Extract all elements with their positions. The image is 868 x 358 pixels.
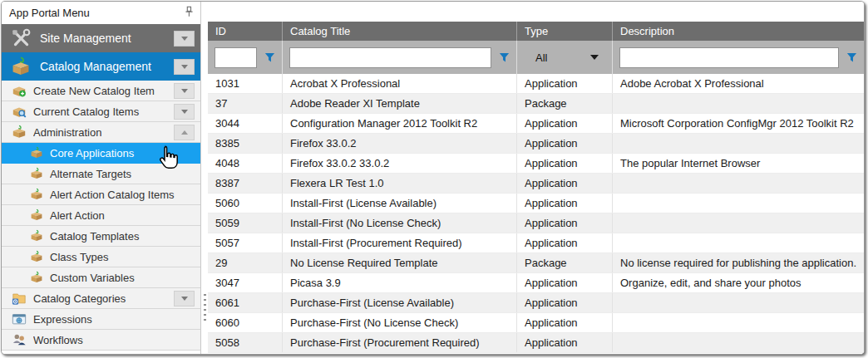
cell-description: The popular Internet Browser — [613, 154, 864, 173]
sidebar-title: App Portal Menu — [9, 7, 185, 19]
grid-column-headers: ID Catalog Title Type Description — [208, 22, 864, 41]
cell-type: Application — [517, 313, 613, 332]
package-icon — [30, 188, 43, 201]
table-row[interactable]: 3044 Configuration Manager 2012 Toolkit … — [208, 114, 864, 134]
sidebar-item-current-catalog-items[interactable]: Current Catalog Items — [2, 101, 200, 122]
cell-description: Adobe Acrobat X Professional — [613, 74, 864, 93]
cell-id: 3047 — [208, 273, 283, 292]
cell-catalog-title: Configuration Manager 2012 Toolkit R2 — [283, 114, 517, 133]
title-filter-cell — [283, 41, 517, 74]
type-filter-dropdown[interactable]: All — [524, 47, 605, 68]
sidebar-item-label: Alert Action Catalog Items — [50, 189, 200, 201]
sidebar-item-alternate-targets[interactable]: Alternate Targets — [2, 164, 200, 184]
table-row[interactable]: 5060 Install-First (License Available) A… — [208, 194, 864, 213]
filter-funnel-icon[interactable] — [499, 52, 510, 63]
cell-description: No license required for publishing the a… — [613, 253, 864, 272]
sidebar-item-create-new-catalog-item[interactable]: Create New Catalog Item — [2, 81, 200, 101]
column-header-description[interactable]: Description — [613, 22, 864, 41]
cell-type: Package — [517, 253, 613, 272]
table-row[interactable]: 8385 Firefox 33.0.2 Application — [208, 134, 864, 154]
description-filter-input[interactable] — [619, 47, 839, 68]
app-portal-menu-panel: App Portal Menu — [2, 2, 201, 354]
sidebar-item-custom-variables[interactable]: Custom Variables — [2, 267, 200, 288]
cell-type: Application — [517, 333, 613, 352]
sidebar-item-catalog-templates[interactable]: Catalog Templates — [2, 226, 200, 247]
package-icon — [8, 56, 33, 77]
table-row[interactable]: 8387 Flexera LR Test 1.0 Application — [208, 174, 864, 194]
expand-button[interactable] — [174, 104, 195, 120]
table-row[interactable]: 6061 Purchase-First (License Available) … — [208, 293, 864, 313]
cell-id: 3044 — [208, 114, 283, 133]
chevron-down-icon — [590, 55, 599, 60]
cell-type: Application — [517, 114, 613, 133]
sidebar-item-label: Custom Variables — [50, 272, 200, 284]
table-row[interactable]: 5057 Install-First (Procurement Required… — [208, 233, 864, 253]
expand-button[interactable] — [174, 31, 195, 47]
cell-type: Application — [517, 213, 613, 233]
package-icon — [30, 208, 43, 222]
table-row[interactable]: 5058 Purchase-First (Procurement Require… — [208, 333, 864, 353]
panel-splitter[interactable] — [201, 2, 208, 354]
cell-description — [613, 134, 864, 153]
table-row[interactable]: 3047 Picasa 3.9 Application Organize, ed… — [208, 273, 864, 293]
cell-catalog-title: Install-First (Procurement Required) — [283, 233, 517, 253]
sidebar-group-label: Site Management — [40, 32, 174, 45]
sidebar-item-label: Workflows — [33, 334, 200, 346]
filter-funnel-icon[interactable] — [846, 52, 857, 63]
app-portal-window: App Portal Menu — [1, 1, 865, 355]
sidebar-group-label: Catalog Management — [40, 60, 174, 73]
sidebar-item-label: Alternate Targets — [50, 168, 200, 180]
cell-description — [613, 194, 864, 213]
sidebar-group-site-management[interactable]: Site Management — [2, 24, 200, 52]
sidebar-item-catalog-categories[interactable]: Catalog Categories — [2, 288, 200, 309]
cell-id: 5060 — [208, 194, 283, 213]
description-filter-cell — [613, 41, 864, 74]
cell-description — [613, 174, 864, 193]
sidebar-item-label: Catalog Templates — [50, 230, 200, 243]
pin-icon[interactable] — [185, 6, 194, 21]
table-row[interactable]: 5059 Install-First (No License Check) Ap… — [208, 213, 864, 233]
catalog-title-filter-input[interactable] — [289, 47, 491, 68]
sidebar-item-class-types[interactable]: Class Types — [2, 247, 200, 267]
window-globe-icon — [12, 311, 27, 326]
cell-description — [613, 94, 864, 113]
cell-catalog-title: Purchase-First (License Available) — [283, 293, 517, 312]
sidebar-item-administration[interactable]: Administration — [2, 122, 200, 143]
expand-button[interactable] — [174, 291, 195, 307]
folder-gear-icon — [12, 291, 27, 306]
collapse-button[interactable] — [174, 125, 195, 140]
table-row[interactable]: 1031 Acrobat X Professional Application … — [208, 74, 864, 94]
sidebar-item-label: Expressions — [33, 313, 200, 326]
expand-button[interactable] — [174, 59, 195, 75]
cell-id: 6061 — [208, 293, 283, 312]
id-filter-cell — [208, 41, 283, 74]
cell-type: Application — [517, 154, 613, 173]
cell-catalog-title: Install-First (No License Check) — [283, 213, 517, 233]
sidebar-item-alert-action-catalog-items[interactable]: Alert Action Catalog Items — [2, 184, 200, 205]
table-row[interactable]: 29 No License Required Template Package … — [208, 253, 864, 273]
expand-button[interactable] — [174, 83, 195, 99]
sidebar-group-catalog-management[interactable]: Catalog Management — [2, 52, 200, 81]
splitter-grip-icon[interactable] — [204, 294, 206, 322]
table-row[interactable]: 37 Adobe Reader XI Template Package — [208, 94, 864, 114]
cell-id: 6060 — [208, 313, 283, 332]
sidebar-item-workflows[interactable]: Workflows — [2, 330, 200, 351]
sidebar-item-alert-action[interactable]: Alert Action — [2, 205, 200, 226]
filter-funnel-icon[interactable] — [264, 52, 275, 63]
column-header-catalog-title[interactable]: Catalog Title — [283, 22, 517, 41]
column-header-id[interactable]: ID — [208, 22, 283, 41]
cell-type: Application — [517, 273, 613, 292]
column-header-type[interactable]: Type — [517, 22, 613, 41]
cell-catalog-title: Firefox 33.0.2 33.0.2 — [283, 154, 517, 173]
sidebar-item-core-applications[interactable]: Core Applications — [2, 143, 200, 164]
sidebar-item-expressions[interactable]: Expressions — [2, 309, 200, 330]
cell-id: 8385 — [208, 134, 283, 153]
cell-catalog-title: Purchase-First (No License Check) — [283, 313, 517, 332]
grid-filter-row: All — [208, 41, 864, 74]
id-filter-input[interactable] — [215, 47, 257, 68]
table-row[interactable]: 6060 Purchase-First (No License Check) A… — [208, 313, 864, 333]
cell-type: Application — [517, 174, 613, 193]
table-row[interactable]: 4048 Firefox 33.0.2 33.0.2 Application T… — [208, 154, 864, 174]
cell-description: Organize, edit, and share your photos — [613, 273, 864, 292]
cell-description — [613, 233, 864, 253]
